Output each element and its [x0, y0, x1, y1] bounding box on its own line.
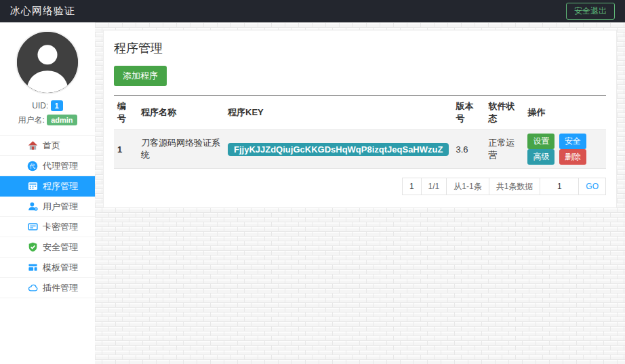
app-title: 冰心网络验证: [10, 5, 75, 18]
shield-icon: [27, 242, 38, 253]
sidebar-menu: 首页 代 代理管理: [0, 135, 95, 298]
column-header-id: 编号: [114, 96, 138, 130]
sidebar-item-home[interactable]: 首页: [0, 136, 95, 156]
column-header-status: 软件状态: [485, 96, 524, 130]
agent-icon: 代: [27, 161, 38, 171]
sidebar-item-label: 安全管理: [43, 241, 78, 254]
sidebar-item-label: 首页: [43, 140, 60, 152]
page-jump-input[interactable]: [540, 178, 579, 195]
page-range: 从1-1条: [446, 178, 489, 195]
sidebar: UID: 1 用户名: admin 首页: [0, 22, 95, 364]
page-count: 1/1: [421, 178, 447, 195]
username-badge: admin: [47, 115, 77, 125]
sidebar-item-label: 插件管理: [43, 282, 78, 294]
sidebar-item-users[interactable]: 用户管理: [0, 197, 95, 217]
sidebar-item-templates[interactable]: 模板管理: [0, 258, 95, 278]
cell-key: FjjyKJJZdQiujGcKKGDsHqWqP8izqtJeqSaHWzuZ: [224, 130, 452, 169]
logout-button[interactable]: 安全退出: [566, 3, 615, 20]
sidebar-item-label: 用户管理: [43, 201, 78, 213]
main-area: 程序管理 添加程序 编号 程序名称 程序KEY 版本号 软件状态 操作 1: [95, 22, 625, 364]
sidebar-item-label: 程序管理: [43, 180, 78, 193]
username-row: 用户名: admin: [0, 115, 95, 126]
sidebar-item-label: 模板管理: [43, 262, 78, 274]
sidebar-item-plugins[interactable]: 插件管理: [0, 278, 95, 298]
delete-button[interactable]: 删除: [559, 149, 586, 165]
pagination: 1 1/1 从1-1条 共1条数据 GO: [114, 178, 606, 195]
table-header-row: 编号 程序名称 程序KEY 版本号 软件状态 操作: [114, 96, 606, 130]
sidebar-item-cards[interactable]: 卡密管理: [0, 217, 95, 237]
sidebar-item-security[interactable]: 安全管理: [0, 237, 95, 258]
avatar: [16, 31, 79, 94]
column-header-actions: 操作: [524, 96, 606, 130]
total-count: 共1条数据: [489, 178, 541, 195]
plugin-cloud-icon: [27, 283, 38, 294]
svg-text:代: 代: [29, 163, 36, 169]
app-header: 冰心网络验证 安全退出: [0, 0, 625, 22]
sidebar-item-label: 卡密管理: [43, 221, 78, 233]
sidebar-item-label: 代理管理: [43, 160, 78, 172]
card-icon: [27, 222, 38, 232]
page-title: 程序管理: [104, 31, 616, 64]
sidebar-item-programs[interactable]: 程序管理: [0, 176, 95, 197]
cell-version: 3.6: [452, 130, 485, 169]
cell-id: 1: [114, 130, 138, 169]
page-number[interactable]: 1: [402, 178, 422, 195]
sidebar-item-agents[interactable]: 代 代理管理: [0, 156, 95, 176]
uid-badge: 1: [51, 100, 63, 111]
settings-button[interactable]: 设置: [527, 134, 555, 149]
home-icon: [27, 140, 38, 151]
cell-actions: 设置 安全 高级 删除: [524, 130, 606, 169]
cell-status: 正常运营: [485, 130, 524, 169]
program-panel: 程序管理 添加程序 编号 程序名称 程序KEY 版本号 软件状态 操作 1: [103, 30, 617, 208]
add-program-button[interactable]: 添加程序: [114, 66, 167, 86]
column-header-key: 程序KEY: [224, 96, 452, 130]
cell-name: 刀客源码网络验证系统: [138, 130, 224, 169]
program-key-badge: FjjyKJJZdQiujGcKKGDsHqWqP8izqtJeqSaHWzuZ: [228, 143, 449, 156]
security-button[interactable]: 安全: [559, 134, 586, 149]
uid-label: UID:: [32, 101, 48, 110]
user-silhouette-icon: [17, 32, 78, 93]
uid-row: UID: 1: [0, 100, 95, 111]
column-header-name: 程序名称: [138, 96, 224, 130]
template-icon: [27, 262, 38, 273]
table-row: 1 刀客源码网络验证系统 FjjyKJJZdQiujGcKKGDsHqWqP8i…: [114, 130, 606, 169]
go-button[interactable]: GO: [578, 178, 606, 195]
username-label: 用户名:: [18, 115, 44, 125]
program-icon: [27, 181, 38, 192]
column-header-version: 版本号: [452, 96, 485, 130]
user-icon: [27, 201, 38, 212]
program-table: 编号 程序名称 程序KEY 版本号 软件状态 操作 1 刀客源码网络验证系统 F…: [114, 95, 606, 169]
advanced-button[interactable]: 高级: [527, 149, 555, 165]
